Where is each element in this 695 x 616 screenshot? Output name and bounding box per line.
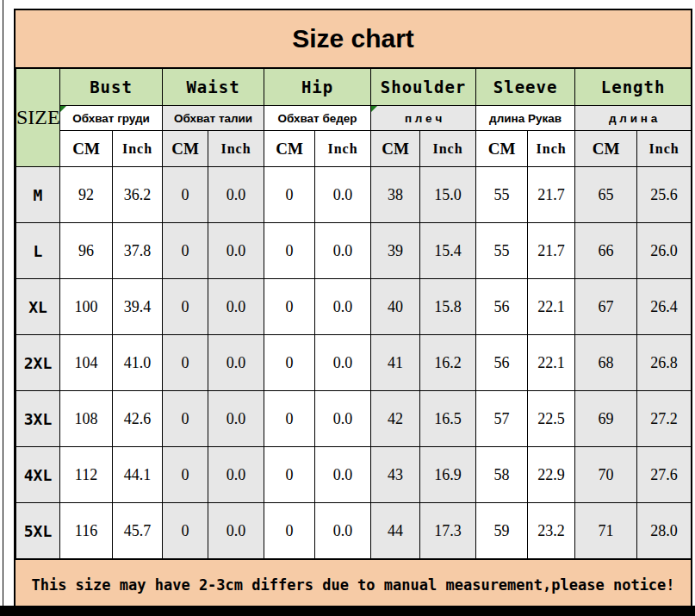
size-chart-table: SIZE Bust Waist Hip Shoulder Sleeve Leng… [16,68,692,559]
size-row-label: XL [16,279,60,335]
subheader-waist-text: Обхват талии [174,112,252,125]
measurement-cell: 36.2 [113,167,163,223]
group-header-length: Length [575,69,692,106]
unit-header-inch: Inch [208,131,264,167]
measurement-cell: 37.8 [113,223,163,279]
measurement-cell: 15.8 [420,279,476,335]
measurement-cell: 0 [264,391,315,447]
measurement-cell: 70 [575,447,637,503]
unit-header-inch: Inch [637,131,692,167]
measurement-cell: 69 [575,391,637,447]
size-row-label: 5XL [16,503,60,559]
unit-header-cm: CM [264,131,315,167]
unit-header-cm: CM [163,131,208,167]
measurement-cell: 0 [264,279,315,335]
table-row: 5XL 116 45.7 0 0.0 0 0.0 44 17.3 59 23.2… [16,503,692,559]
measurement-cell: 65 [575,167,637,223]
size-row-label: M [16,167,60,223]
measurement-cell: 0 [163,335,208,391]
size-row-label: L [16,223,60,279]
measurement-cell: 23.2 [528,503,575,559]
group-header-bust: Bust [60,69,163,106]
measurement-cell: 0 [264,223,315,279]
measurement-cell: 0.0 [208,279,264,335]
table-row: 2XL 104 41.0 0 0.0 0 0.0 41 16.2 56 22.1… [16,335,692,391]
measurement-cell: 28.0 [637,503,692,559]
measurement-cell: 21.7 [528,223,575,279]
left-edge-line [3,0,3,616]
unit-header-cm: CM [60,131,113,167]
measurement-cell: 104 [60,335,113,391]
measurement-cell: 112 [60,447,113,503]
measurement-cell: 0 [264,447,315,503]
measurement-cell: 116 [60,503,113,559]
measurement-cell: 17.3 [420,503,476,559]
unit-header-row: CM Inch CM Inch CM Inch CM Inch CM Inch … [16,131,692,167]
size-row-label: 4XL [16,447,60,503]
measurement-cell: 16.5 [420,391,476,447]
measurement-cell: 39 [371,223,420,279]
measurement-cell: 0.0 [315,279,371,335]
measurement-cell: 0 [163,279,208,335]
measurement-cell: 56 [476,279,528,335]
measurement-cell: 15.0 [420,167,476,223]
measurement-cell: 0.0 [315,447,371,503]
unit-header-cm: CM [371,131,420,167]
measurement-cell: 22.9 [528,447,575,503]
bottom-black-bar [0,606,695,616]
unit-header-cm: CM [476,131,528,167]
measurement-cell: 0 [163,391,208,447]
measurement-cell: 0 [264,167,315,223]
measurement-cell: 67 [575,279,637,335]
measurement-cell: 16.9 [420,447,476,503]
measurement-cell: 43 [371,447,420,503]
unit-header-cm: CM [575,131,637,167]
measurement-cell: 56 [476,335,528,391]
measurement-cell: 0.0 [208,335,264,391]
measurement-cell: 55 [476,223,528,279]
measurement-cell: 0.0 [208,391,264,447]
unit-header-inch: Inch [420,131,476,167]
measurement-cell: 57 [476,391,528,447]
measurement-cell: 71 [575,503,637,559]
measurement-cell: 21.7 [528,167,575,223]
notice-text: This size may have 2-3cm differs due to … [16,559,691,609]
measurement-cell: 96 [60,223,113,279]
measurement-cell: 66 [575,223,637,279]
size-column-header: SIZE [16,69,60,167]
table-row: M 92 36.2 0 0.0 0 0.0 38 15.0 55 21.7 65… [16,167,692,223]
measurement-cell: 16.2 [420,335,476,391]
measurement-cell: 100 [60,279,113,335]
unit-header-inch: Inch [315,131,371,167]
measurement-cell: 55 [476,167,528,223]
cell-flag-icon [371,106,377,112]
measurement-cell: 27.2 [637,391,692,447]
size-row-label: 3XL [16,391,60,447]
measurement-cell: 0.0 [315,503,371,559]
subheader-sleeve-text: длина Рукав [489,112,562,125]
subheader-bust-text: Обхват груди [72,112,150,125]
table-row: 4XL 112 44.1 0 0.0 0 0.0 43 16.9 58 22.9… [16,447,692,503]
size-row-label: 2XL [16,335,60,391]
measurement-cell: 42.6 [113,391,163,447]
group-header-waist: Waist [163,69,264,106]
measurement-cell: 0.0 [208,503,264,559]
subheader-length: д л и н а [575,106,692,131]
subheader-row: Обхват груди Обхват талии Обхват бедер п… [16,106,692,131]
group-header-hip: Hip [264,69,371,106]
measurement-cell: 45.7 [113,503,163,559]
size-chart-title: Size chart [16,10,691,68]
measurement-cell: 42 [371,391,420,447]
measurement-cell: 26.0 [637,223,692,279]
measurement-cell: 108 [60,391,113,447]
measurement-cell: 59 [476,503,528,559]
measurement-cell: 0.0 [315,335,371,391]
unit-header-inch: Inch [113,131,163,167]
measurement-cell: 0 [264,335,315,391]
measurement-cell: 44 [371,503,420,559]
table-row: L 96 37.8 0 0.0 0 0.0 39 15.4 55 21.7 66… [16,223,692,279]
measurement-cell: 38 [371,167,420,223]
subheader-shoulder-text: п л е ч [405,112,442,125]
measurement-cell: 0.0 [315,391,371,447]
measurement-cell: 0 [163,447,208,503]
